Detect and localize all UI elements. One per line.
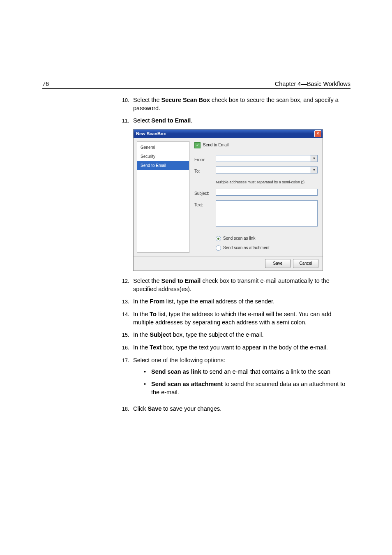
bullet-item: Send scan as link to send an e-mail that… xyxy=(144,368,350,376)
dialog-footer: Save Cancel xyxy=(134,256,323,271)
page: 76 Chapter 4—Basic Workflows 10. Select … xyxy=(0,0,392,555)
chapter-title: Chapter 4—Basic Workflows xyxy=(275,81,350,87)
step-text: In the Text box, type the text you want … xyxy=(133,343,350,352)
step-text: In the Subject box, type the subject of … xyxy=(133,331,350,339)
dialog-titlebar: New ScanBox × xyxy=(134,130,323,138)
dialog-pane: ✓ Send to Email From: ▼ To: ▼ Multiple a… xyxy=(189,138,323,256)
page-header: 76 Chapter 4—Basic Workflows xyxy=(42,78,350,89)
step-text: Select the Secure Scan Box check box to … xyxy=(133,96,350,112)
step-number: 15. xyxy=(122,331,133,339)
nav-item-security[interactable]: Security xyxy=(137,152,189,161)
to-combobox[interactable]: ▼ xyxy=(216,166,318,173)
dialog-nav: General Security Send to Email xyxy=(137,141,189,253)
from-combobox[interactable]: ▼ xyxy=(216,155,318,162)
page-number: 76 xyxy=(42,81,49,87)
send-to-email-checkbox-label: Send to Email xyxy=(203,141,228,149)
radio-send-as-link[interactable] xyxy=(216,236,221,241)
chevron-down-icon[interactable]: ▼ xyxy=(311,155,317,162)
step-number: 13. xyxy=(122,297,133,306)
step-number: 16. xyxy=(122,343,133,352)
dialog-title-text: New ScanBox xyxy=(136,130,166,138)
radio-send-as-link-label: Send scan as link xyxy=(223,234,255,243)
close-icon[interactable]: × xyxy=(314,130,321,137)
content: 10. Select the Secure Scan Box check box… xyxy=(122,96,350,417)
step-number: 17. xyxy=(122,356,133,400)
radio-send-as-attachment[interactable] xyxy=(216,245,221,251)
subject-input[interactable] xyxy=(216,189,318,196)
step-text: In the From list, type the email address… xyxy=(133,297,350,306)
nav-item-general[interactable]: General xyxy=(137,143,189,152)
chevron-down-icon[interactable]: ▼ xyxy=(311,167,317,173)
checkbox-icon[interactable]: ✓ xyxy=(194,142,201,148)
step-number: 11. xyxy=(122,116,133,125)
to-label: To: xyxy=(194,166,216,176)
step-text: In the To list, type the address to whic… xyxy=(133,310,350,326)
step-text: Select the Send to Email check box to tr… xyxy=(133,277,350,293)
text-label: Text: xyxy=(194,200,216,209)
step-number: 12. xyxy=(122,277,133,293)
save-button[interactable]: Save xyxy=(265,259,291,268)
text-textarea[interactable] xyxy=(216,200,318,227)
step-text: Click Save to save your changes. xyxy=(133,405,350,413)
to-hint: Multiple addresses must separated by a s… xyxy=(216,178,318,186)
step-text: Select one of the following options: Sen… xyxy=(133,356,350,400)
step-number: 10. xyxy=(122,96,133,112)
step-text: Select Send to Email. xyxy=(133,116,350,125)
cancel-button[interactable]: Cancel xyxy=(293,259,318,268)
radio-send-as-attachment-label: Send scan as attachment xyxy=(223,244,270,252)
from-label: From: xyxy=(194,155,216,164)
dialog-new-scanbox: New ScanBox × General Security Send to E… xyxy=(133,129,323,271)
nav-item-send-to-email[interactable]: Send to Email xyxy=(137,161,189,170)
step-number: 14. xyxy=(122,310,133,326)
subject-label: Subject: xyxy=(194,189,216,198)
step-number: 18. xyxy=(122,405,133,413)
bullet-item: Send scan as attachment to send the scan… xyxy=(144,380,350,396)
dialog-body: General Security Send to Email ✓ Send to… xyxy=(134,138,323,256)
